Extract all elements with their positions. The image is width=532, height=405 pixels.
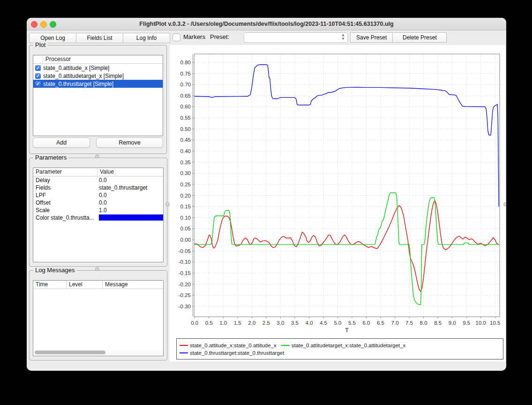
parameters-table[interactable]: ParameterValue Delay0.0Fieldsstate_0.thr…: [33, 168, 164, 262]
scrollbar-thumb[interactable]: [35, 351, 105, 354]
y-tick-label: 0.15: [180, 204, 191, 209]
remove-button[interactable]: Remove: [96, 138, 163, 148]
parameters-groupbox-title: Parameters: [33, 154, 68, 161]
processor-list[interactable]: Processor ✓state_0.attitude_x [Simple]✓s…: [33, 55, 163, 136]
preset-label: Preset:: [210, 33, 229, 40]
y-tick-label: -0.05: [179, 248, 191, 254]
parameter-row[interactable]: Color state_0.thrustta...: [33, 214, 163, 222]
parameter-name: LPF: [33, 191, 97, 199]
x-tick-label: 5.5: [348, 320, 356, 326]
parameter-row[interactable]: Offset0.0: [33, 199, 163, 206]
y-tick-label: -0.25: [179, 292, 191, 298]
y-tick-label: 0.10: [180, 215, 191, 221]
processor-list-item[interactable]: ✓state_0.thrusttarget [Simple]: [33, 80, 163, 88]
x-tick-label: 1.0: [219, 320, 227, 326]
chart-legend: state_0.attitude_x:state_0.attitude_xsta…: [176, 338, 503, 359]
x-axis-label: T: [345, 327, 349, 334]
x-tick-label: 9.5: [463, 320, 470, 326]
parameter-name: Color state_0.thrustta...: [33, 214, 97, 222]
x-tick-label: 8.0: [420, 320, 427, 326]
log-messages-groupbox-title: Log Messages: [33, 267, 77, 274]
close-window-button[interactable]: [31, 21, 37, 28]
x-tick-label: 3.5: [291, 320, 299, 326]
parameter-row[interactable]: Delay0.0: [33, 176, 163, 184]
y-tick-label: -0.20: [179, 282, 191, 287]
legend-item: state_0.thrusttarget:state_0.thrusttarge…: [180, 349, 284, 357]
parameters-column-header[interactable]: Value: [97, 168, 163, 176]
y-tick-label: 0.50: [180, 126, 191, 132]
preset-action-buttons: Save Preset Delete Preset: [350, 32, 447, 43]
legend-item: state_0.attitude_x:state_0.attitude_x: [180, 342, 277, 349]
preset-combobox[interactable]: ▲▼: [244, 32, 348, 43]
fields-list-button[interactable]: Fields List: [76, 33, 123, 43]
x-tick-label: 6.0: [363, 320, 370, 326]
parameter-name: Offset: [33, 199, 97, 206]
y-tick-label: -0.15: [179, 270, 191, 276]
x-tick-label: 5.0: [334, 320, 341, 326]
save-preset-button[interactable]: Save Preset: [350, 32, 393, 43]
parameter-row[interactable]: Scale1.0: [33, 206, 163, 214]
combobox-stepper-icon[interactable]: ▲▼: [340, 33, 346, 41]
x-tick-label: 1.5: [234, 320, 241, 326]
processor-list-rows: ✓state_0.attitude_x [Simple]✓state_0.att…: [33, 64, 163, 88]
y-tick-label: -0.30: [179, 304, 191, 309]
zoom-window-button[interactable]: [50, 21, 56, 28]
processor-column-header: Processor: [45, 56, 71, 62]
legend-label: state_0.thrusttarget:state_0.thrusttarge…: [190, 350, 284, 356]
markers-checkbox[interactable]: [172, 33, 180, 41]
x-tick-label: 10.5: [490, 320, 500, 326]
x-tick-label: 7.0: [391, 320, 399, 326]
splitter-handle[interactable]: [503, 202, 506, 206]
plot-background: [194, 54, 500, 317]
legend-line-swatch: [180, 352, 188, 353]
item-checkbox[interactable]: ✓: [35, 81, 41, 87]
parameter-name: Fields: [33, 184, 97, 191]
app-window: FlightPlot v.0.3.2 - /Users/oleg/Documen…: [27, 18, 506, 371]
item-checkbox[interactable]: ✓: [35, 65, 41, 71]
toolbar: Open Log Fields List Log Info Markers Pr…: [27, 31, 506, 46]
header-divider: [43, 56, 43, 63]
log-messages-table[interactable]: TimeLevelMessage: [33, 280, 164, 356]
log-column-header[interactable]: Message: [102, 281, 163, 289]
x-tick-label: 10.0: [476, 320, 486, 326]
flight-plot-chart[interactable]: 0.800.750.700.650.600.550.500.450.400.35…: [170, 45, 505, 335]
x-tick-label: 7.5: [405, 320, 413, 326]
x-tick-label: 2.0: [248, 320, 255, 326]
color-swatch[interactable]: [99, 214, 163, 221]
parameter-name: Scale: [33, 206, 97, 214]
item-label: state_0.attitude_x [Simple]: [43, 65, 109, 71]
markers-label: Markers: [183, 33, 205, 40]
y-tick-label: 0.05: [180, 226, 191, 231]
y-tick-label: 0.55: [180, 115, 191, 121]
legend-label: state_0.attitudetarget_x:state_0.attitud…: [292, 343, 406, 348]
log-info-button[interactable]: Log Info: [123, 33, 170, 43]
y-tick-label: 0.30: [180, 170, 191, 176]
item-label: state_0.thrusttarget [Simple]: [43, 81, 113, 87]
x-tick-label: 8.5: [434, 320, 442, 326]
log-column-header[interactable]: Time: [33, 281, 66, 289]
title-bar: FlightPlot v.0.3.2 - /Users/oleg/Documen…: [27, 18, 506, 31]
horizontal-scrollbar[interactable]: [34, 350, 163, 355]
y-tick-label: 0.65: [180, 93, 191, 99]
item-checkbox[interactable]: ✓: [35, 73, 41, 79]
legend-line-swatch: [180, 345, 188, 346]
processor-list-item[interactable]: ✓state_0.attitude_x [Simple]: [33, 64, 163, 72]
parameter-name: Delay: [33, 176, 97, 184]
parameters-table-rows: Delay0.0Fieldsstate_0.thrusttargetLPF0.0…: [33, 176, 163, 222]
parameter-row[interactable]: LPF0.0: [33, 191, 163, 199]
item-label: state_0.attitudetarget_x [Simple]: [43, 73, 124, 79]
processor-list-item[interactable]: ✓state_0.attitudetarget_x [Simple]: [33, 72, 163, 80]
y-tick-label: 0.60: [180, 104, 191, 109]
parameters-table-header: ParameterValue: [33, 168, 163, 176]
y-tick-label: 0.20: [180, 193, 191, 199]
parameter-value: 1.0: [97, 206, 163, 214]
screenshot-root: { "window": { "title": "FlightPlot v.0.3…: [0, 0, 532, 405]
minimize-window-button[interactable]: [40, 21, 47, 28]
delete-preset-button[interactable]: Delete Preset: [393, 32, 447, 43]
window-title: FlightPlot v.0.3.2 - /Users/oleg/Documen…: [64, 18, 469, 30]
parameter-row[interactable]: Fieldsstate_0.thrusttarget: [33, 184, 163, 191]
splitter-handle[interactable]: [165, 202, 170, 206]
parameters-column-header[interactable]: Parameter: [33, 168, 97, 176]
add-button[interactable]: Add: [33, 138, 90, 148]
log-column-header[interactable]: Level: [66, 281, 102, 289]
